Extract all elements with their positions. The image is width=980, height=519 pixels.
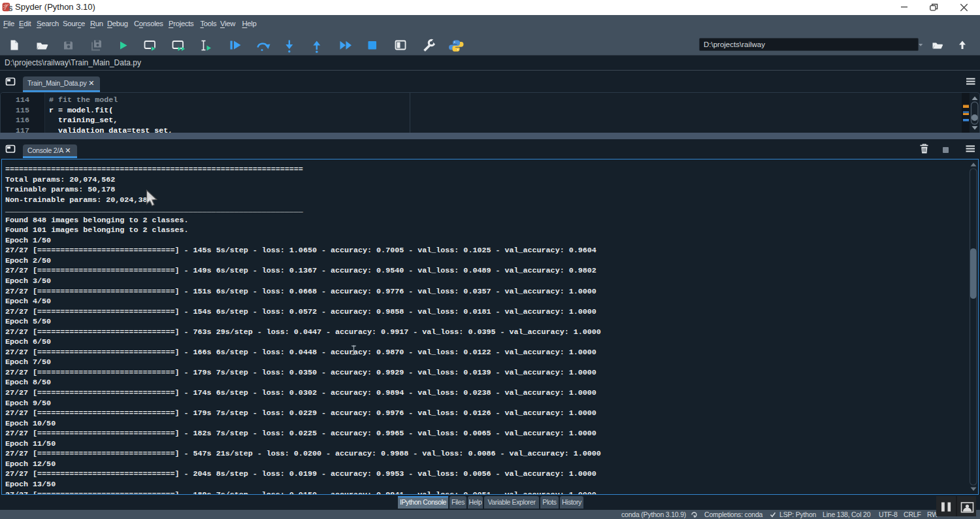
svg-text:S: S (8, 5, 13, 12)
